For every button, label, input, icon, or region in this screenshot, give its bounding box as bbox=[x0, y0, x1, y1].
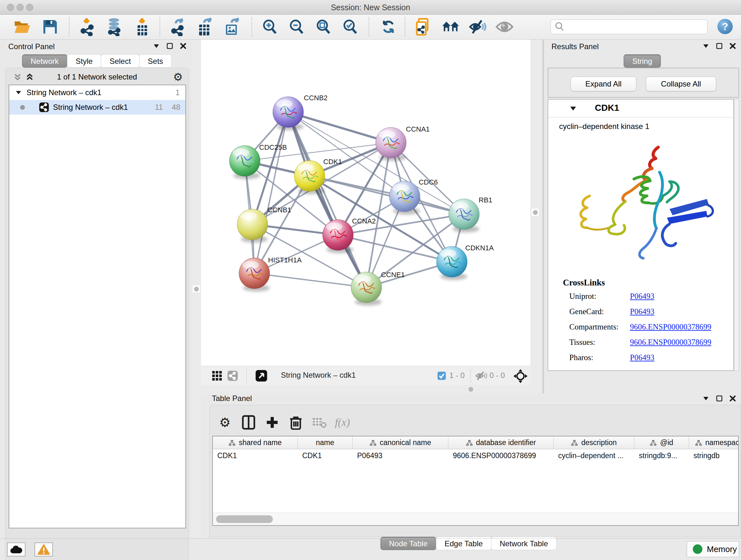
delete-table-icon[interactable] bbox=[310, 413, 329, 432]
crosslink-row: Uniprot:P06493 bbox=[569, 292, 733, 301]
warnings-button[interactable] bbox=[35, 543, 53, 557]
memory-button[interactable]: Memory bbox=[687, 541, 739, 557]
table-settings-gear-icon[interactable]: ⚙ bbox=[215, 413, 234, 432]
left-splitter-handle[interactable] bbox=[192, 285, 200, 293]
collection-expand-icon[interactable] bbox=[15, 90, 22, 96]
import-network-database-icon[interactable] bbox=[105, 15, 123, 38]
table-cell[interactable]: stringdb:9... bbox=[634, 449, 689, 462]
network-edge-CCNB2-CCNA1[interactable] bbox=[288, 112, 391, 143]
right-splitter-handle[interactable] bbox=[531, 208, 539, 216]
function-builder-icon[interactable]: f(x) bbox=[333, 413, 352, 432]
collapse-panel-icon[interactable] bbox=[702, 43, 710, 50]
network-node-CDC6[interactable] bbox=[389, 181, 420, 214]
tab-network[interactable]: Network bbox=[22, 54, 67, 68]
tab-style[interactable]: Style bbox=[67, 54, 101, 68]
network-options-gear-icon[interactable]: ⚙ bbox=[173, 71, 183, 83]
zoom-out-icon[interactable] bbox=[287, 15, 306, 38]
right-splitter[interactable] bbox=[530, 40, 542, 393]
crosslinks-heading: CrossLinks bbox=[563, 278, 605, 288]
zoom-selected-icon[interactable] bbox=[341, 15, 359, 38]
network-node-CDK1[interactable] bbox=[294, 161, 325, 194]
column-header-name[interactable]: name bbox=[298, 436, 353, 449]
network-node-CCNA1[interactable] bbox=[376, 127, 406, 161]
view-grid-icon[interactable] bbox=[212, 371, 222, 381]
column-header-description[interactable]: description bbox=[554, 436, 634, 449]
column-header-namespace[interactable]: namespace bbox=[689, 436, 739, 449]
tab-sets[interactable]: Sets bbox=[139, 54, 172, 68]
column-header-canonical-name[interactable]: canonical name bbox=[353, 436, 448, 449]
collapse-all-button[interactable]: Collapse All bbox=[646, 77, 716, 91]
tab-string[interactable]: String bbox=[623, 54, 661, 68]
save-session-icon[interactable] bbox=[41, 15, 59, 38]
crosslink-link[interactable]: 9606.ENSP00000378699 bbox=[630, 322, 733, 331]
network-node-CCNB1[interactable] bbox=[237, 209, 268, 243]
network-edge-CCNB2-HIST1H1A[interactable] bbox=[254, 112, 288, 273]
table-cell[interactable]: P06493 bbox=[353, 449, 448, 462]
gallery-homes-icon[interactable] bbox=[442, 15, 460, 38]
collapse-section-icon[interactable] bbox=[569, 105, 577, 112]
import-network-file-icon[interactable] bbox=[78, 15, 97, 38]
export-table-icon[interactable] bbox=[196, 15, 214, 38]
export-image-icon[interactable] bbox=[223, 15, 241, 38]
network-row-selected[interactable]: String Network – cdk1 11 48 bbox=[9, 100, 185, 115]
table-hscrollbar-thumb[interactable] bbox=[216, 515, 273, 523]
network-node-CCNE1[interactable] bbox=[351, 272, 382, 306]
column-header-shared-name[interactable]: shared name bbox=[213, 436, 298, 449]
open-session-icon[interactable] bbox=[13, 15, 31, 38]
help-icon[interactable]: ? bbox=[718, 19, 733, 34]
network-node-RB1[interactable] bbox=[449, 199, 479, 233]
left-splitter[interactable] bbox=[192, 40, 201, 537]
table-cell[interactable]: CDK1 bbox=[213, 449, 298, 462]
refresh-layout-icon[interactable] bbox=[379, 15, 398, 38]
results-scrollbar[interactable] bbox=[734, 99, 739, 371]
collapse-panel-icon[interactable] bbox=[152, 43, 160, 50]
zoom-fit-icon[interactable] bbox=[314, 15, 333, 38]
crosslink-link[interactable]: P06493 bbox=[630, 292, 733, 301]
float-panel-icon[interactable] bbox=[716, 42, 723, 50]
close-panel-icon[interactable] bbox=[729, 42, 737, 50]
duplicate-network-icon[interactable] bbox=[414, 15, 432, 38]
table-hscrollbar[interactable] bbox=[213, 512, 738, 525]
expand-all-button[interactable]: Expand All bbox=[570, 77, 636, 91]
detach-view-icon[interactable] bbox=[255, 370, 267, 382]
hide-selected-eye-icon[interactable] bbox=[468, 15, 487, 38]
table-cell[interactable]: CDK1 bbox=[298, 449, 353, 462]
network-edge-HIST1H1A-CCNE1[interactable] bbox=[254, 273, 366, 287]
network-edge-CDK1-RB1[interactable] bbox=[310, 176, 464, 214]
bottom-splitter-handle[interactable] bbox=[468, 387, 473, 392]
birdseye-crosshair-icon[interactable] bbox=[513, 369, 528, 383]
table-cell[interactable]: stringdb bbox=[689, 449, 739, 462]
column-header-database-identifier[interactable]: database identifier bbox=[448, 436, 554, 449]
close-panel-icon[interactable] bbox=[179, 42, 187, 50]
collapse-panel-icon[interactable] bbox=[702, 395, 710, 402]
create-column-icon[interactable] bbox=[263, 413, 282, 432]
table-cell[interactable]: cyclin–dependent ... bbox=[554, 449, 634, 462]
network-node-CDKN1A[interactable] bbox=[436, 246, 467, 280]
column-header--id[interactable]: @id bbox=[634, 436, 689, 449]
import-table-file-icon[interactable] bbox=[133, 15, 151, 38]
network-node-CDC25B[interactable] bbox=[229, 145, 260, 179]
selected-checkbox-icon[interactable] bbox=[437, 371, 446, 380]
crosslinks-list: Uniprot:P06493GeneCard:P06493Compartment… bbox=[548, 292, 733, 368]
tab-select[interactable]: Select bbox=[101, 54, 139, 68]
cloud-button[interactable] bbox=[7, 543, 25, 557]
delete-column-trash-icon[interactable] bbox=[286, 413, 306, 432]
show-all-eye-icon[interactable] bbox=[495, 15, 514, 38]
network-canvas[interactable]: CCNB2CCNA1CDC25BCDK1CDC6RB1CCNB1CCNA2CDK… bbox=[201, 40, 530, 366]
crosslink-link[interactable]: P06493 bbox=[630, 307, 733, 316]
string-view-icon[interactable] bbox=[227, 370, 238, 381]
network-collection-row[interactable]: String Network – cdk1 1 bbox=[9, 85, 185, 100]
network-node-HIST1H1A[interactable] bbox=[239, 258, 270, 292]
search-input[interactable] bbox=[566, 20, 707, 33]
protein-card-header[interactable]: CDK1 bbox=[548, 100, 733, 118]
zoom-in-icon[interactable] bbox=[260, 15, 279, 38]
table-cell[interactable]: 9606.ENSP00000378699 bbox=[448, 449, 554, 462]
export-network-icon[interactable] bbox=[169, 15, 188, 38]
float-panel-icon[interactable] bbox=[166, 42, 174, 50]
crosslink-link[interactable]: P06493 bbox=[630, 353, 733, 362]
float-panel-icon[interactable] bbox=[716, 395, 723, 402]
crosslink-link[interactable]: 9606.ENSP00000378699 bbox=[630, 338, 733, 347]
show-columns-icon[interactable] bbox=[239, 413, 258, 432]
network-node-CCNA2[interactable] bbox=[323, 220, 353, 253]
close-panel-icon[interactable] bbox=[729, 395, 737, 402]
